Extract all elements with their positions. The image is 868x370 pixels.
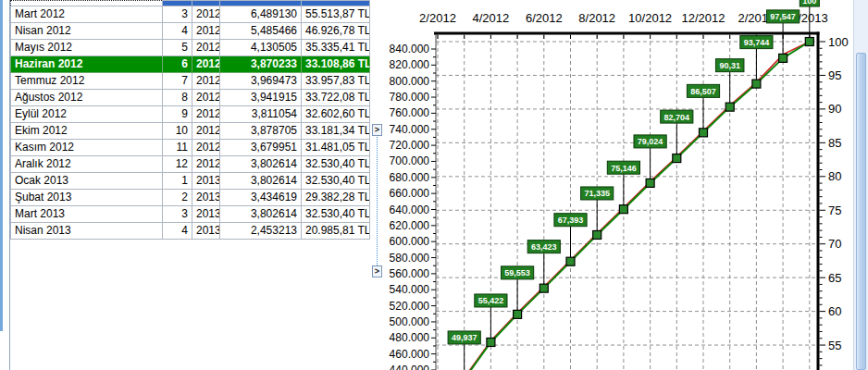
splitter-dotted-line[interactable] <box>377 137 378 265</box>
y-axis-left-label: 520.000 <box>390 300 430 313</box>
splitter-expand-button-top[interactable]: > <box>372 124 382 136</box>
cell-year: 2012 <box>192 106 220 123</box>
y-axis-left-label: 600.000 <box>390 235 430 248</box>
y-axis-left-label: 740.000 <box>390 123 430 136</box>
splitter-expand-button-bottom[interactable]: > <box>372 265 382 278</box>
y-axis-right-label: 65 <box>828 271 841 285</box>
y-axis-left-label: 620.000 <box>390 219 430 232</box>
cell-year: 2012 <box>192 140 220 156</box>
cell-amount: 20.985,81 TL <box>302 223 370 240</box>
y-axis-left-label: 440.000 <box>390 364 430 370</box>
data-point-marker <box>805 38 813 46</box>
y-axis-left-label: 640.000 <box>390 204 430 216</box>
table-row[interactable]: Eylül 2012920123,81105432.602,60 TL <box>11 106 370 123</box>
y-axis-left-label: 680.000 <box>390 171 430 184</box>
data-point-marker <box>700 129 708 137</box>
y-axis-right-label: 55 <box>828 339 841 352</box>
data-point-marker <box>539 284 548 292</box>
payment-schedule-panel: Mart 2012320126,48913055.513,87 TLNisan … <box>10 0 370 370</box>
cell-month: Şubat 2013 <box>11 190 163 206</box>
cell-year: 2013 <box>192 190 220 206</box>
cell-percent: 6,489130 <box>220 6 302 23</box>
cell-year: 2013 <box>192 206 220 223</box>
cell-month: Nisan 2013 <box>11 223 163 240</box>
cell-percent: 5,485466 <box>220 23 302 40</box>
data-point-marker <box>725 103 734 111</box>
cell-month-number: 3 <box>163 6 192 23</box>
table-row[interactable]: Ekim 20121020123,87870533.181,34 TL <box>11 123 370 140</box>
series-line-red <box>465 42 810 370</box>
y-axis-left-label: 800.000 <box>390 75 430 88</box>
data-point-marker <box>566 257 575 265</box>
y-axis-left-label: 840.000 <box>390 43 430 56</box>
cell-month: Temmuz 2012 <box>11 73 163 90</box>
data-point-label: 93,744 <box>744 38 770 47</box>
table-row[interactable]: Nisan 2013420132,45321320.985,81 TL <box>11 223 370 240</box>
cell-percent: 3,811054 <box>220 106 302 123</box>
table-row[interactable]: Ağustos 2012820123,94191533.722,08 TL <box>11 90 370 106</box>
vertical-scrollbar[interactable] <box>853 0 868 370</box>
cell-amount: 33.108,86 TL <box>302 56 370 73</box>
cell-percent: 3,802614 <box>220 206 302 223</box>
cell-month-number: 6 <box>163 56 192 73</box>
cell-month: Mayıs 2012 <box>11 40 163 56</box>
cell-percent: 3,434619 <box>220 190 302 206</box>
cell-percent: 3,679951 <box>220 140 302 156</box>
table-row[interactable]: Aralık 20121220123,80261432.530,40 TL <box>11 156 370 173</box>
cell-month-number: 8 <box>163 90 192 106</box>
cell-amount: 46.926,78 TL <box>302 23 370 40</box>
cell-month-number: 1 <box>163 173 192 190</box>
cell-year: 2012 <box>192 40 220 56</box>
data-point-label: 75,146 <box>611 164 637 173</box>
data-point-marker <box>646 179 654 187</box>
x-axis-tick-label: 2/2012 <box>419 11 456 25</box>
cell-amount: 32.530,40 TL <box>302 156 370 173</box>
cell-month: Mart 2013 <box>11 206 163 223</box>
data-point-label: 67,393 <box>558 216 584 225</box>
y-axis-left-label: 460.000 <box>390 348 430 361</box>
payment-schedule-table[interactable]: Mart 2012320126,48913055.513,87 TLNisan … <box>10 0 370 240</box>
chart-panel: 2/20124/20126/20128/201210/201212/20122/… <box>384 0 853 370</box>
cell-year: 2012 <box>192 23 220 40</box>
y-axis-left-label: 820.000 <box>390 58 430 71</box>
data-point-marker <box>752 80 761 88</box>
cell-month-number: 4 <box>163 23 192 40</box>
cell-month: Nisan 2012 <box>11 23 163 40</box>
table-row[interactable]: Kasım 20121120123,67995131.481,05 TL <box>11 140 370 156</box>
y-axis-right-label: 95 <box>828 68 841 82</box>
x-axis-tick-label: 4/2012 <box>473 11 510 25</box>
data-point-marker <box>673 154 681 163</box>
table-row[interactable]: Nisan 2012420125,48546646.926,78 TL <box>11 23 370 40</box>
y-axis-left-label: 560.000 <box>390 267 430 280</box>
data-point-marker <box>779 54 787 62</box>
table-row[interactable]: Mart 2012320126,48913055.513,87 TL <box>11 6 370 23</box>
scrollbar-thumb[interactable] <box>856 53 866 370</box>
series-line-green <box>465 42 810 370</box>
table-row[interactable]: Haziran 2012620123,87023333.108,86 TL <box>11 56 370 73</box>
cell-month: Ağustos 2012 <box>11 90 163 106</box>
cumulative-progress-chart: 2/20124/20126/20128/201210/201212/20122/… <box>384 0 853 370</box>
x-axis-tick-label: 8/2012 <box>578 11 615 25</box>
cell-amount: 32.530,40 TL <box>302 206 370 223</box>
cell-month: Eylül 2012 <box>11 106 163 123</box>
data-point-label: 97,547 <box>770 12 796 21</box>
table-row[interactable]: Mayıs 2012520124,13050535.335,41 TL <box>11 40 370 56</box>
y-axis-left-label: 780.000 <box>390 91 430 104</box>
cell-amount: 33.722,08 TL <box>302 90 370 106</box>
table-row[interactable]: Şubat 2013220133,43461929.382,28 TL <box>11 190 370 206</box>
cell-year: 2013 <box>192 173 220 190</box>
data-point-label: 100 <box>802 0 816 6</box>
table-row[interactable]: Mart 2013320133,80261432.530,40 TL <box>11 206 370 223</box>
data-point-label: 49,937 <box>452 333 477 342</box>
table-row[interactable]: Temmuz 2012720123,96947333.957,83 TL <box>11 73 370 90</box>
cell-amount: 29.382,28 TL <box>302 190 370 206</box>
data-point-label: 79,024 <box>638 137 663 146</box>
cell-month-number: 10 <box>163 123 192 140</box>
table-row[interactable]: Ocak 2013120133,80261432.530,40 TL <box>11 173 370 190</box>
cell-percent: 3,802614 <box>220 156 302 173</box>
cell-amount: 32.602,60 TL <box>302 106 370 123</box>
y-axis-right-label: 60 <box>828 304 841 318</box>
y-axis-left-label: 540.000 <box>390 283 430 296</box>
cell-month-number: 11 <box>163 140 192 156</box>
cell-amount: 32.530,40 TL <box>302 173 370 190</box>
